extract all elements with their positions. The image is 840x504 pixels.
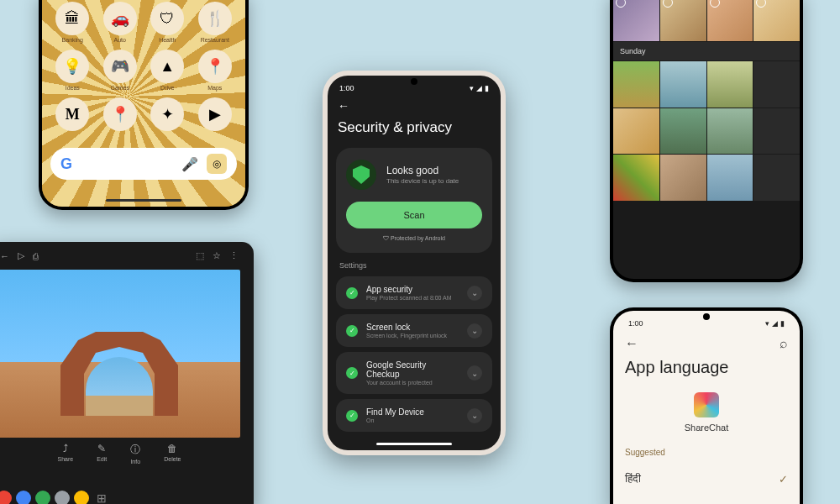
cast-icon[interactable]: ⎙ [33, 251, 39, 261]
photo-thumb[interactable] [753, 155, 800, 201]
app-icon[interactable]: ▶ [195, 97, 236, 131]
photo-thumb[interactable] [613, 108, 659, 155]
photo-thumb[interactable] [660, 108, 706, 155]
info-icon: ⓘ [130, 443, 140, 457]
mic-icon[interactable]: 🎤 [181, 156, 198, 172]
photo-thumb[interactable] [613, 0, 659, 41]
app-icon[interactable]: 🏛Banking [52, 2, 93, 43]
home-indicator[interactable] [376, 443, 452, 445]
select-circle-icon[interactable] [616, 0, 626, 8]
photo-thumb[interactable] [707, 61, 753, 108]
scan-button[interactable]: Scan [346, 202, 482, 228]
setting-find-device[interactable]: ✓ Find My DeviceOn ⌄ [336, 399, 492, 432]
back-button[interactable]: ← [338, 99, 492, 113]
setting-screen-lock[interactable]: ✓ Screen lockScreen lock, Fingerprint un… [336, 314, 492, 347]
tablet-actions: ⤴Share ✎Edit ⓘInfo 🗑Delete [0, 443, 247, 465]
app-icon[interactable]: 🎮Games [100, 50, 141, 91]
chevron-down-icon[interactable]: ⌄ [467, 323, 482, 339]
select-circle-icon[interactable] [710, 0, 720, 8]
lens-icon[interactable]: ◎ [207, 154, 227, 174]
chevron-down-icon[interactable]: ⌄ [467, 365, 482, 381]
banking-icon: 🏛 [55, 2, 89, 35]
games-icon: 🎮 [103, 50, 137, 83]
photo-thumb[interactable] [753, 61, 800, 108]
photos-phone: Sunday [610, 0, 803, 282]
share-button[interactable]: ⤴Share [58, 443, 74, 465]
day-heading: Sunday [613, 42, 800, 60]
more-icon[interactable]: ⋮ [229, 250, 239, 261]
photo-thumb[interactable] [660, 155, 706, 201]
app-icon[interactable]: 🍴Restaurant [195, 2, 236, 43]
gmail-icon: M [55, 97, 89, 131]
app-icon[interactable]: 🛡Health [147, 2, 188, 43]
app-icon[interactable]: ▲Drive [147, 50, 188, 91]
search-icon[interactable]: ⌕ [780, 336, 788, 351]
ideas-icon: 💡 [55, 50, 89, 83]
sharechat-icon [694, 392, 719, 417]
info-button[interactable]: ⓘInfo [130, 443, 140, 465]
upload-icon[interactable]: ⬚ [196, 250, 204, 261]
photo-thumb[interactable] [753, 108, 800, 155]
app-icon[interactable]: ✦ [147, 97, 188, 131]
photo-thumb[interactable] [660, 61, 706, 108]
battery-icon: ▮ [780, 319, 785, 328]
tablet-toolbar: ←▷⎙ ⬚☆⋮ [0, 250, 247, 266]
app-language-screen: 1:00 ▾◢▮ ← ⌕ App language ShareChat Sugg… [613, 311, 800, 504]
shield-icon [346, 160, 376, 190]
home-indicator[interactable] [106, 199, 181, 202]
delete-icon: 🗑 [167, 443, 177, 454]
back-button[interactable]: ← [625, 336, 638, 351]
app-grid: 🏛Banking 🚗Auto 🛡Health 🍴Restaurant 💡Idea… [52, 2, 235, 131]
photo-viewer[interactable] [0, 270, 240, 438]
back-icon[interactable]: ← [0, 251, 9, 261]
photo-thumb[interactable] [753, 0, 800, 41]
settings-heading: Settings [339, 261, 492, 270]
photo-thumb[interactable] [707, 0, 753, 41]
taskbar-app[interactable] [55, 491, 70, 504]
star-icon[interactable]: ☆ [213, 250, 221, 261]
wifi-icon: ▾ [470, 84, 474, 92]
chevron-down-icon[interactable]: ⌄ [467, 286, 482, 301]
maps-icon: 📍 [198, 50, 232, 83]
app-drawer-icon[interactable]: ⊞ [97, 491, 107, 504]
app-preview: ShareChat [625, 392, 788, 433]
select-circle-icon[interactable] [663, 0, 673, 8]
app-icon[interactable]: 📍 [100, 97, 141, 131]
chevron-down-icon[interactable]: ⌄ [467, 408, 482, 423]
language-option[interactable]: हिंदी ✓ [625, 465, 788, 492]
camera-notch [703, 313, 710, 320]
clock: 1:00 [339, 84, 354, 92]
signal-icon: ◢ [476, 84, 482, 92]
wifi-icon: ▾ [765, 319, 769, 328]
photo-thumb[interactable] [707, 155, 753, 201]
taskbar-app[interactable] [74, 491, 89, 504]
page-title: Security & privacy [338, 119, 492, 136]
status-subtitle: This device is up to date [386, 177, 459, 185]
app-icon[interactable]: 💡Ideas [52, 50, 93, 91]
taskbar-app[interactable] [0, 491, 12, 504]
photo-thumb[interactable] [660, 0, 706, 41]
search-bar[interactable]: G 🎤 ◎ [50, 148, 237, 180]
status-title: Looks good [386, 165, 459, 176]
check-icon: ✓ [346, 325, 358, 337]
photo-grid: Sunday [613, 0, 800, 201]
photo-thumb[interactable] [613, 61, 659, 108]
app-icon[interactable]: 📍Maps [195, 50, 236, 91]
delete-button[interactable]: 🗑Delete [164, 443, 181, 465]
select-circle-icon[interactable] [756, 0, 766, 8]
app-icon[interactable]: M [52, 97, 93, 131]
youtube-icon: ▶ [198, 97, 232, 131]
taskbar-app[interactable] [16, 491, 31, 504]
app-icon[interactable]: 🚗Auto [100, 2, 141, 43]
app-language-phone: 1:00 ▾◢▮ ← ⌕ App language ShareChat Sugg… [610, 307, 803, 504]
photo-thumb[interactable] [613, 155, 659, 201]
taskbar-app[interactable] [35, 491, 50, 504]
photo-thumb[interactable] [707, 108, 753, 155]
setting-security-checkup[interactable]: ✓ Google Security CheckupYour account is… [336, 352, 492, 394]
play-icon[interactable]: ▷ [18, 250, 24, 261]
setting-app-security[interactable]: ✓ App securityPlay Protect scanned at 8:… [336, 276, 492, 309]
edit-button[interactable]: ✎Edit [97, 443, 107, 465]
security-screen: 1:00 ▾◢▮ ← Security & privacy Looks good… [328, 76, 501, 450]
security-phone: 1:00 ▾◢▮ ← Security & privacy Looks good… [323, 71, 506, 455]
check-icon: ✓ [779, 473, 788, 486]
